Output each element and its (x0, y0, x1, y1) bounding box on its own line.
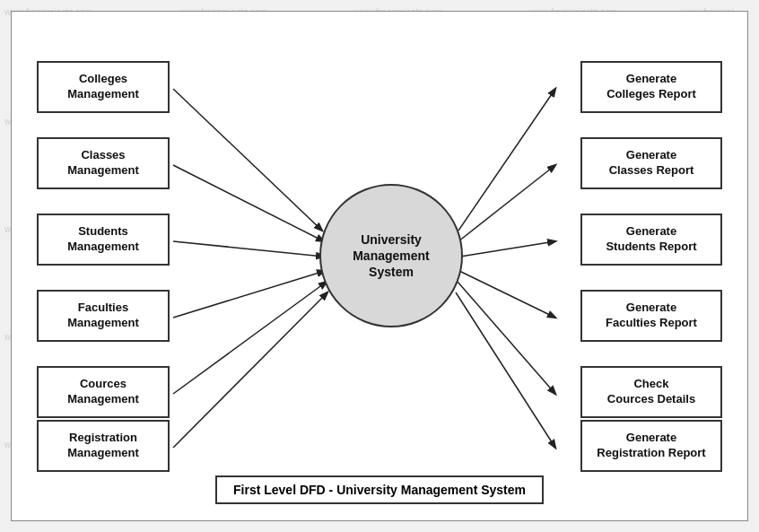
svg-line-3 (173, 271, 325, 318)
registration-management-box: RegistrationManagement (37, 420, 170, 472)
svg-line-10 (458, 282, 555, 394)
svg-line-4 (173, 282, 327, 394)
svg-line-7 (458, 165, 555, 241)
svg-line-11 (456, 292, 555, 448)
svg-line-2 (173, 241, 324, 257)
check-cources-box: CheckCources Details (580, 366, 722, 418)
svg-line-6 (458, 89, 555, 231)
svg-line-5 (173, 292, 327, 448)
center-circle: UniversityManagementSystem (319, 184, 463, 327)
cources-management-box: CourcesManagement (37, 366, 170, 418)
svg-line-1 (173, 165, 324, 241)
students-management-box: StudentsManagement (37, 214, 170, 266)
gen-classes-report-box: GenerateClasses Report (580, 137, 722, 189)
faculties-management-box: FacultiesManagement (37, 290, 170, 342)
colleges-management-box: CollegesManagement (37, 61, 170, 113)
gen-students-report-box: GenerateStudents Report (580, 214, 722, 266)
gen-colleges-report-box: GenerateColleges Report (580, 61, 722, 113)
gen-faculties-report-box: GenerateFaculties Report (580, 290, 722, 342)
main-container: www.freeprojectz.com www.freeprojectz.co… (0, 0, 759, 532)
svg-line-9 (459, 271, 555, 318)
gen-registration-report-box: GenerateRegistration Report (580, 420, 722, 472)
svg-line-8 (460, 241, 555, 257)
caption-bar: First Level DFD - University Management … (215, 475, 544, 504)
classes-management-box: ClassesManagement (37, 137, 170, 189)
svg-line-0 (173, 89, 322, 231)
